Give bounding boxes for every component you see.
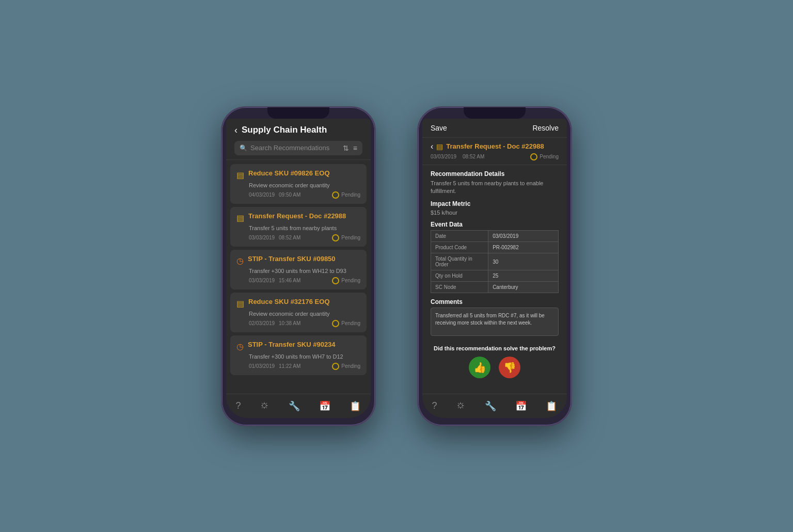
rec-date: 03/03/2019 bbox=[249, 235, 275, 240]
rec-date: 01/03/2019 bbox=[249, 363, 275, 369]
rec-time: 09:50 AM bbox=[279, 192, 300, 198]
table-value: 03/03/2019 bbox=[488, 231, 559, 242]
detail-action-bar: Save Resolve bbox=[422, 119, 567, 138]
table-key: SC Node bbox=[431, 282, 488, 293]
back-button[interactable]: ‹ bbox=[234, 125, 237, 136]
rec-icon-box: ▤ bbox=[236, 170, 244, 180]
status-text: Pending bbox=[341, 278, 360, 283]
phone-notch bbox=[464, 107, 526, 119]
rec-icon-box: ▤ bbox=[236, 299, 244, 309]
status-circle-icon bbox=[530, 153, 537, 160]
bottom-nav: ? ⛭ 🔧 📅 📋 bbox=[226, 394, 371, 418]
status-circle-icon bbox=[332, 320, 339, 327]
rec-meta: 03/03/2019 08:52 AM Pending bbox=[249, 234, 360, 241]
back-nav: ‹ Supply Chain Health bbox=[234, 125, 362, 136]
status-circle-icon bbox=[332, 363, 339, 370]
status-text: Pending bbox=[341, 235, 360, 240]
nav-calendar-icon[interactable]: 📅 bbox=[511, 398, 531, 414]
rec-time: 11:22 AM bbox=[279, 363, 300, 369]
rec-title: Reduce SKU #09826 EOQ bbox=[248, 169, 330, 177]
resolve-button[interactable]: Resolve bbox=[532, 124, 559, 132]
list-item[interactable]: ◷ STIP - Transfer SKU #09850 Transfer +3… bbox=[230, 250, 367, 289]
table-value: 25 bbox=[488, 270, 559, 282]
rec-meta: 04/03/2019 09:50 AM Pending bbox=[249, 191, 360, 199]
detail-back-button[interactable]: ‹ bbox=[431, 142, 433, 151]
rec-title: STIP - Transfer SKU #90234 bbox=[248, 341, 336, 348]
thumbs-down-button[interactable]: 👎 bbox=[499, 357, 520, 378]
rec-status: Pending bbox=[332, 191, 360, 199]
event-data-table: Date 03/03/2019 Product Code PR-002982 T… bbox=[431, 230, 559, 293]
rec-item-header: ▤ Transfer Request - Doc #22988 bbox=[236, 212, 360, 223]
nav-wrench-icon[interactable]: 🔧 bbox=[284, 398, 304, 414]
feedback-question: Did this recommendation solve the proble… bbox=[431, 345, 559, 351]
rec-subtitle: Transfer +300 units from WH12 to D93 bbox=[249, 268, 360, 274]
rec-time: 15:46 AM bbox=[279, 278, 300, 283]
status-circle-icon bbox=[332, 191, 339, 199]
table-row: Qty on Hold 25 bbox=[431, 270, 559, 282]
status-text: Pending bbox=[341, 363, 360, 369]
thumbs-up-button[interactable]: 👍 bbox=[469, 357, 490, 378]
rec-item-header: ◷ STIP - Transfer SKU #09850 bbox=[236, 255, 360, 266]
feedback-section: Did this recommendation solve the proble… bbox=[431, 341, 559, 382]
recommendations-list: ▤ Reduce SKU #09826 EOQ Review economic … bbox=[226, 160, 371, 394]
table-value: Canterbury bbox=[488, 282, 559, 293]
rec-status: Pending bbox=[332, 363, 360, 370]
nav-wrench-icon[interactable]: 🔧 bbox=[481, 398, 500, 414]
status-circle-icon bbox=[332, 234, 339, 241]
detail-time: 08:52 AM bbox=[463, 154, 484, 159]
list-item[interactable]: ◷ STIP - Transfer SKU #90234 Transfer +3… bbox=[230, 335, 367, 375]
rec-title: Transfer Request - Doc #22988 bbox=[248, 212, 346, 220]
rec-time: 08:52 AM bbox=[279, 235, 300, 240]
impact-metric-label: Impact Metric bbox=[431, 200, 559, 207]
rec-time: 10:38 AM bbox=[279, 320, 300, 326]
screen-header: ‹ Supply Chain Health 🔍 Search Recommend… bbox=[226, 119, 371, 160]
filter-icon[interactable]: ≡ bbox=[353, 144, 357, 152]
list-item[interactable]: ▤ Transfer Request - Doc #22988 Transfer… bbox=[230, 207, 367, 247]
phone-notch bbox=[267, 107, 329, 119]
rec-meta: 01/03/2019 11:22 AM Pending bbox=[249, 363, 360, 370]
list-item[interactable]: ▤ Reduce SKU #32176 EOQ Review economic … bbox=[230, 293, 367, 332]
screen-title: Supply Chain Health bbox=[242, 125, 327, 135]
sort-icon[interactable]: ⇅ bbox=[343, 144, 349, 152]
rec-meta: 03/03/2019 15:46 AM Pending bbox=[249, 277, 360, 284]
search-icon: 🔍 bbox=[240, 144, 247, 152]
table-row: Product Code PR-002982 bbox=[431, 242, 559, 253]
table-key: Total Quantity in Order bbox=[431, 253, 488, 270]
rec-date: 04/03/2019 bbox=[249, 192, 275, 198]
rec-title: STIP - Transfer SKU #09850 bbox=[248, 255, 336, 263]
comments-text[interactable]: Transferred all 5 units from RDC #7, as … bbox=[431, 308, 559, 336]
rec-item-header: ▤ Reduce SKU #09826 EOQ bbox=[236, 169, 360, 180]
search-bar[interactable]: 🔍 Search Recommendations ⇅ ≡ bbox=[234, 141, 362, 155]
search-input-placeholder: Search Recommendations bbox=[250, 144, 340, 152]
feedback-buttons: 👍 👎 bbox=[431, 357, 559, 378]
table-key: Qty on Hold bbox=[431, 270, 488, 282]
rec-meta: 02/03/2019 10:38 AM Pending bbox=[249, 320, 360, 327]
detail-title-row: ‹ ▤ Transfer Request - Doc #22988 bbox=[422, 138, 567, 153]
nav-clipboard-icon[interactable]: 📋 bbox=[542, 398, 561, 414]
filter-icons: ⇅ ≡ bbox=[343, 144, 357, 152]
list-item[interactable]: ▤ Reduce SKU #09826 EOQ Review economic … bbox=[230, 164, 367, 204]
rec-subtitle: Transfer +300 units from WH7 to D12 bbox=[249, 353, 360, 360]
nav-help-icon[interactable]: ? bbox=[428, 398, 441, 413]
nav-calendar-icon[interactable]: 📅 bbox=[315, 398, 335, 414]
rec-subtitle: Review economic order quantity bbox=[249, 182, 360, 188]
nav-settings-icon[interactable]: ⛭ bbox=[452, 398, 470, 413]
detail-meta-row: 03/03/2019 08:52 AM Pending bbox=[422, 153, 567, 165]
recommendation-details-text: Transfer 5 units from nearby plants to e… bbox=[431, 180, 559, 196]
recommendation-details-label: Recommendation Details bbox=[431, 170, 559, 178]
status-text: Pending bbox=[341, 192, 360, 198]
detail-date: 03/03/2019 bbox=[431, 154, 456, 159]
rec-item-header: ▤ Reduce SKU #32176 EOQ bbox=[236, 298, 360, 309]
nav-settings-icon[interactable]: ⛭ bbox=[256, 398, 274, 413]
phone-screen-list: ‹ Supply Chain Health 🔍 Search Recommend… bbox=[226, 119, 371, 418]
table-key: Product Code bbox=[431, 242, 488, 253]
rec-subtitle: Transfer 5 units from nearby plants bbox=[249, 225, 360, 231]
rec-title: Reduce SKU #32176 EOQ bbox=[248, 298, 330, 305]
save-button[interactable]: Save bbox=[431, 124, 447, 132]
rec-icon-clock: ◷ bbox=[236, 256, 244, 266]
detail-status: Pending bbox=[530, 153, 559, 160]
table-value: 30 bbox=[488, 253, 559, 270]
status-text: Pending bbox=[341, 320, 360, 326]
nav-help-icon[interactable]: ? bbox=[232, 398, 245, 413]
nav-clipboard-icon[interactable]: 📋 bbox=[345, 398, 365, 414]
